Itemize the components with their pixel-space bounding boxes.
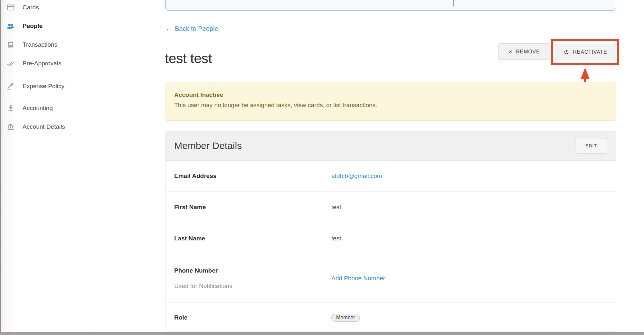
window-bottom-edge: [0, 332, 644, 335]
member-details-panel: Member Details EDIT Email Address afdhjb…: [166, 131, 616, 331]
remove-button-label: REMOVE: [516, 49, 540, 55]
first-name-value: test: [331, 204, 341, 211]
panel-title: Member Details: [174, 140, 242, 151]
sidebar-item-label: Accounting: [23, 105, 53, 112]
remove-button[interactable]: × REMOVE: [498, 43, 550, 60]
email-link[interactable]: afdhjb@gmail.com: [331, 172, 382, 179]
sidebar-item-label: Transactions: [23, 41, 57, 48]
back-arrow-icon: ←: [166, 25, 172, 33]
alert-title: Account Inactive: [174, 91, 607, 98]
add-phone-number-link[interactable]: Add Phone Number: [331, 275, 385, 282]
sidebar-item-people[interactable]: People: [1, 20, 96, 33]
row-sublabel: Used for Notifications: [174, 283, 331, 290]
sidebar-item-cards[interactable]: Cards: [1, 1, 96, 14]
back-to-people-link[interactable]: ← Back to People: [166, 25, 218, 33]
last-name-value: test: [331, 235, 341, 242]
sidebar-item-label: Expense Policy: [23, 83, 64, 90]
bank-icon: [6, 123, 15, 131]
role-badge: Member: [331, 314, 360, 322]
sidebar-item-accounting[interactable]: Accounting: [1, 102, 96, 115]
back-link-label: Back to People: [175, 25, 218, 33]
edit-button[interactable]: EDIT: [575, 138, 607, 154]
row-label: Phone Number: [174, 267, 331, 274]
detail-row-email: Email Address afdhjb@gmail.com: [166, 161, 616, 192]
gavel-icon: [6, 82, 15, 90]
row-label: Last Name: [174, 235, 205, 242]
close-icon: ×: [508, 49, 512, 55]
sidebar-item-pre-approvals[interactable]: Pre-Approvals: [1, 57, 96, 70]
detail-row-phone: Phone Number Used for Notifications Add …: [166, 254, 616, 302]
receipt-icon: [6, 41, 15, 49]
detail-row-first-name: First Name test: [166, 192, 616, 223]
row-label: Role: [174, 314, 187, 321]
sidebar: Cards People Transactions Pre-Approvals …: [1, 0, 96, 332]
edit-button-label: EDIT: [585, 143, 597, 148]
sidebar-item-label: Cards: [23, 4, 39, 11]
account-inactive-alert: Account Inactive This user may no longer…: [166, 82, 616, 121]
app-window: Cards People Transactions Pre-Approvals …: [0, 0, 644, 335]
sidebar-item-label: Account Details: [23, 123, 65, 130]
row-label: First Name: [174, 204, 206, 210]
panel-header: Member Details EDIT: [166, 131, 616, 161]
sidebar-item-label: People: [23, 23, 43, 30]
double-check-icon: [6, 59, 15, 68]
annotation-box: [551, 39, 619, 65]
page-title: test test: [165, 51, 212, 66]
credit-card-icon: [6, 3, 15, 12]
sidebar-item-label: Pre-Approvals: [23, 60, 61, 67]
alert-message: This user may no longer be assigned task…: [174, 102, 607, 109]
sidebar-item-expense-policy[interactable]: Expense Policy: [1, 80, 96, 93]
divider-line: [453, 0, 454, 6]
row-label: Email Address: [174, 172, 216, 179]
people-icon: [6, 22, 15, 30]
detail-row-role: Role Member: [166, 302, 616, 331]
detail-row-last-name: Last Name test: [166, 223, 616, 254]
top-panel-cutoff: [165, 0, 615, 11]
sidebar-item-account-details[interactable]: Account Details: [1, 120, 96, 133]
download-icon: [6, 104, 15, 112]
sidebar-item-transactions[interactable]: Transactions: [1, 38, 96, 51]
